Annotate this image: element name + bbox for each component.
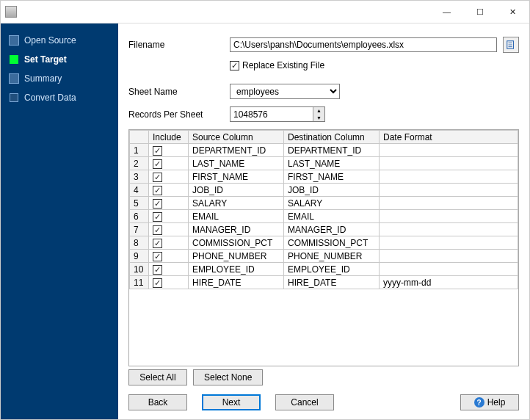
include-checkbox[interactable] <box>153 173 162 182</box>
date-format-cell[interactable] <box>380 263 518 276</box>
row-number: 6 <box>130 210 149 223</box>
file-icon <box>506 40 516 50</box>
destination-column-cell[interactable]: HIRE_DATE <box>284 276 380 289</box>
date-format-cell[interactable] <box>380 157 518 170</box>
filename-input[interactable] <box>230 37 497 52</box>
table-row[interactable]: 4JOB_IDJOB_ID <box>130 184 518 197</box>
col-header-source[interactable]: Source Column <box>189 131 284 144</box>
destination-column-cell[interactable]: COMMISSION_PCT <box>284 236 380 250</box>
destination-column-cell[interactable]: EMPLOYEE_ID <box>284 263 380 276</box>
app-icon <box>5 6 17 18</box>
col-header-datefmt[interactable]: Date Format <box>380 131 518 144</box>
sidebar-step-2[interactable]: Summary <box>1 69 118 88</box>
columns-grid-wrap: Include Source Column Destination Column… <box>128 129 519 366</box>
include-cell <box>149 170 189 184</box>
browse-button[interactable] <box>503 37 519 53</box>
destination-column-cell[interactable]: PHONE_NUMBER <box>284 250 380 263</box>
table-row[interactable]: 11HIRE_DATEHIRE_DATEyyyy-mm-dd <box>130 276 518 289</box>
table-row[interactable]: 6EMAILEMAIL <box>130 210 518 223</box>
date-format-cell[interactable] <box>380 236 518 250</box>
close-button[interactable]: ✕ <box>496 1 529 22</box>
minimize-button[interactable]: — <box>430 1 463 22</box>
sheet-name-select[interactable]: employees <box>230 84 340 99</box>
date-format-cell[interactable]: yyyy-mm-dd <box>380 276 518 289</box>
source-column-cell[interactable]: EMAIL <box>189 210 284 223</box>
row-number: 8 <box>130 236 149 250</box>
table-row[interactable]: 3FIRST_NAMEFIRST_NAME <box>130 170 518 184</box>
help-button[interactable]: ?Help <box>460 394 519 410</box>
source-column-cell[interactable]: DEPARTMENT_ID <box>189 144 284 157</box>
include-cell <box>149 223 189 236</box>
destination-column-cell[interactable]: LAST_NAME <box>284 157 380 170</box>
sidebar-step-3[interactable]: Convert Data <box>1 88 118 107</box>
date-format-cell[interactable] <box>380 184 518 197</box>
table-row[interactable]: 5SALARYSALARY <box>130 197 518 210</box>
include-checkbox[interactable] <box>153 239 162 248</box>
step-icon <box>10 74 18 83</box>
source-column-cell[interactable]: SALARY <box>189 197 284 210</box>
include-checkbox[interactable] <box>153 212 162 222</box>
select-all-button[interactable]: Select All <box>128 369 187 385</box>
records-per-sheet-spinner: ▲ ▼ <box>230 106 325 122</box>
back-button[interactable]: Back <box>128 394 187 410</box>
date-format-cell[interactable] <box>380 223 518 236</box>
col-header-dest[interactable]: Destination Column <box>284 131 380 144</box>
step-icon <box>10 36 18 45</box>
replace-existing-checkbox[interactable] <box>230 61 239 70</box>
date-format-cell[interactable] <box>380 170 518 184</box>
destination-column-cell[interactable]: EMAIL <box>284 210 380 223</box>
include-checkbox[interactable] <box>153 159 162 169</box>
sidebar: Open SourceSet TargetSummaryConvert Data <box>1 23 118 419</box>
destination-column-cell[interactable]: MANAGER_ID <box>284 223 380 236</box>
sheet-name-label: Sheet Name <box>128 87 224 97</box>
selection-buttons-row: Select All Select None <box>128 369 519 385</box>
source-column-cell[interactable]: MANAGER_ID <box>189 223 284 236</box>
destination-column-cell[interactable]: SALARY <box>284 197 380 210</box>
include-checkbox[interactable] <box>153 252 162 261</box>
help-label: Help <box>487 397 506 408</box>
include-checkbox[interactable] <box>153 278 162 288</box>
table-row[interactable]: 10EMPLOYEE_IDEMPLOYEE_ID <box>130 263 518 276</box>
table-row[interactable]: 7MANAGER_IDMANAGER_ID <box>130 223 518 236</box>
source-column-cell[interactable]: LAST_NAME <box>189 157 284 170</box>
col-header-rownum[interactable] <box>130 131 149 144</box>
filename-row: Filename <box>128 37 519 53</box>
source-column-cell[interactable]: HIRE_DATE <box>189 276 284 289</box>
sidebar-step-0[interactable]: Open Source <box>1 31 118 50</box>
include-cell <box>149 184 189 197</box>
source-column-cell[interactable]: COMMISSION_PCT <box>189 236 284 250</box>
include-checkbox[interactable] <box>153 265 162 275</box>
destination-column-cell[interactable]: JOB_ID <box>284 184 380 197</box>
spinner-down[interactable]: ▼ <box>313 115 324 122</box>
date-format-cell[interactable] <box>380 250 518 263</box>
source-column-cell[interactable]: FIRST_NAME <box>189 170 284 184</box>
sidebar-step-1[interactable]: Set Target <box>1 50 118 69</box>
maximize-button[interactable]: ☐ <box>463 1 496 22</box>
source-column-cell[interactable]: JOB_ID <box>189 184 284 197</box>
next-button[interactable]: Next <box>202 394 261 410</box>
row-number: 4 <box>130 184 149 197</box>
replace-existing-label: Replace Existing File <box>242 60 324 70</box>
help-icon: ? <box>474 397 484 408</box>
table-row[interactable]: 2LAST_NAMELAST_NAME <box>130 157 518 170</box>
select-none-button[interactable]: Select None <box>193 369 263 385</box>
include-checkbox[interactable] <box>153 225 162 235</box>
table-row[interactable]: 9PHONE_NUMBERPHONE_NUMBER <box>130 250 518 263</box>
destination-column-cell[interactable]: FIRST_NAME <box>284 170 380 184</box>
records-per-sheet-input[interactable] <box>230 106 325 122</box>
include-checkbox[interactable] <box>153 186 162 195</box>
date-format-cell[interactable] <box>380 144 518 157</box>
cancel-button[interactable]: Cancel <box>275 394 334 410</box>
window-controls: — ☐ ✕ <box>430 1 529 22</box>
table-row[interactable]: 1DEPARTMENT_IDDEPARTMENT_ID <box>130 144 518 157</box>
include-checkbox[interactable] <box>153 199 162 209</box>
source-column-cell[interactable]: EMPLOYEE_ID <box>189 263 284 276</box>
destination-column-cell[interactable]: DEPARTMENT_ID <box>284 144 380 157</box>
col-header-include[interactable]: Include <box>149 131 189 144</box>
date-format-cell[interactable] <box>380 210 518 223</box>
source-column-cell[interactable]: PHONE_NUMBER <box>189 250 284 263</box>
date-format-cell[interactable] <box>380 197 518 210</box>
table-row[interactable]: 8COMMISSION_PCTCOMMISSION_PCT <box>130 236 518 250</box>
spinner-up[interactable]: ▲ <box>313 107 324 115</box>
include-checkbox[interactable] <box>153 146 162 156</box>
